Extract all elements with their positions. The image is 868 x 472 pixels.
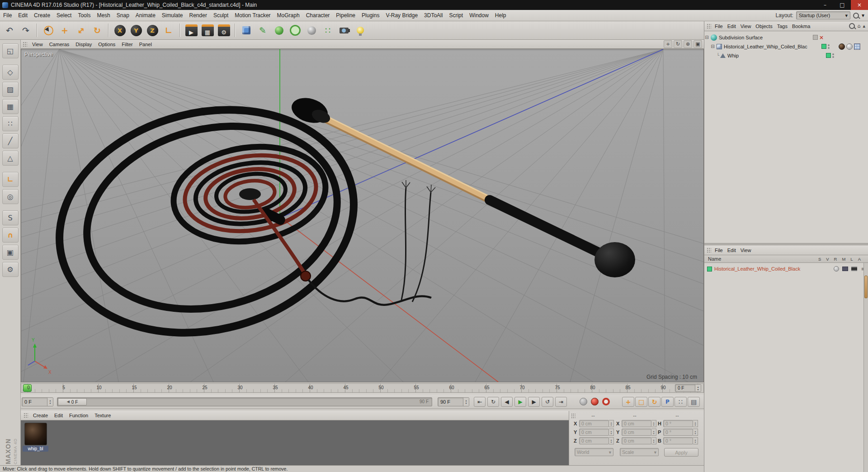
object-mode-button[interactable]: ◎: [2, 189, 19, 204]
redo-button[interactable]: ↷: [18, 23, 33, 38]
size-x-spinner[interactable]: ▴▾: [651, 420, 656, 427]
magnet-tool-button[interactable]: ∩: [2, 228, 19, 243]
home-icon[interactable]: ⌂: [857, 23, 860, 29]
material-thumbnail[interactable]: [24, 423, 47, 445]
col-r[interactable]: R: [834, 257, 837, 262]
material-menu-function[interactable]: Function: [66, 413, 91, 418]
pos-y-field[interactable]: 0 cm: [579, 429, 609, 436]
add-clone-button[interactable]: ∷: [320, 23, 335, 38]
material-menu-create[interactable]: Create: [30, 413, 51, 418]
timeline-slider-handle[interactable]: ◀ 0 F: [58, 398, 87, 405]
go-to-end-button[interactable]: ⇥: [555, 397, 567, 407]
col-l[interactable]: L: [850, 257, 853, 262]
make-editable-button[interactable]: ◱: [2, 43, 19, 58]
drag-grip-icon[interactable]: [707, 248, 711, 253]
add-spline-button[interactable]: ✎: [255, 23, 270, 38]
viewport-menu-display[interactable]: Display: [73, 42, 94, 47]
menu-item-create[interactable]: Create: [31, 10, 53, 21]
spin-down-icon[interactable]: ▾: [49, 402, 51, 405]
phong-tag-icon[interactable]: [846, 43, 853, 50]
lock-workplane-button[interactable]: ▣: [2, 245, 19, 260]
rot-b-field[interactable]: 0 °: [663, 437, 693, 444]
monitor-icon[interactable]: [842, 267, 848, 271]
move-tool-button[interactable]: +: [57, 23, 72, 38]
col-m[interactable]: M: [842, 257, 845, 262]
add-camera-button[interactable]: [336, 23, 352, 38]
visibility-dots[interactable]: [828, 44, 830, 49]
render-icon[interactable]: [851, 267, 857, 271]
menu-item-snap[interactable]: Snap: [113, 10, 132, 21]
autokey-toggle-button[interactable]: [602, 398, 610, 405]
menu-item-file[interactable]: File: [0, 10, 15, 21]
current-frame-field[interactable]: 0 F ▴ ▾: [675, 384, 701, 392]
object-label[interactable]: Historical_Leather_Whip_Coiled_Blac: [724, 44, 807, 49]
enabled-toggle[interactable]: [821, 44, 826, 49]
texture-mode-button[interactable]: ▨: [2, 82, 19, 97]
record-scale-toggle[interactable]: □: [635, 397, 647, 407]
menu-item-help[interactable]: Help: [492, 10, 509, 21]
viewport-menu-panel[interactable]: Panel: [137, 42, 155, 47]
zoom-view-icon[interactable]: ⊕: [684, 40, 692, 48]
preview-sphere-icon[interactable]: [834, 266, 839, 272]
object-row-whip-parent[interactable]: ⊟ Historical_Leather_Whip_Coiled_Blac: [704, 42, 868, 51]
drag-grip-icon[interactable]: [707, 24, 711, 29]
rot-h-field[interactable]: 0 °: [663, 420, 693, 427]
menu-item-window[interactable]: Window: [466, 10, 492, 21]
close-button[interactable]: ×: [851, 0, 868, 10]
menu-item-character[interactable]: Character: [303, 10, 333, 21]
ml-menu-file[interactable]: File: [712, 248, 725, 253]
viewport-menu-options[interactable]: Options: [95, 42, 118, 47]
edges-mode-button[interactable]: ╱: [2, 133, 19, 148]
scrollbar[interactable]: [863, 263, 868, 472]
rot-h-spinner[interactable]: ▴▾: [693, 420, 698, 427]
col-v[interactable]: V: [826, 257, 829, 262]
record-parameter-toggle[interactable]: P: [661, 397, 674, 407]
material-row[interactable]: Historical_Leather_Whip_Coiled_Black ≡: [707, 265, 868, 273]
toggle-view-icon[interactable]: ▣: [693, 40, 702, 48]
points-mode-button[interactable]: ∷: [2, 116, 19, 131]
play-mode-button[interactable]: ↺: [542, 397, 553, 407]
timeline-ruler[interactable]: 0 5 10 15 20 25 30 35 40 45 50 55 60 65 …: [21, 383, 704, 393]
up-icon[interactable]: ▴: [863, 23, 865, 29]
size-y-spinner[interactable]: ▴▾: [651, 429, 656, 436]
om-menu-view[interactable]: View: [738, 24, 754, 29]
range-start-spinner[interactable]: ▴ ▾: [47, 398, 53, 406]
menu-item-mesh[interactable]: Mesh: [94, 10, 113, 21]
lock-x-axis-button[interactable]: X: [112, 23, 127, 38]
search-icon[interactable]: [849, 23, 855, 29]
pos-x-spinner[interactable]: ▴▾: [609, 420, 614, 427]
rot-p-spinner[interactable]: ▴▾: [693, 429, 698, 436]
viewport-menu-view[interactable]: View: [29, 42, 46, 47]
object-label[interactable]: Whip: [727, 53, 739, 58]
pos-z-field[interactable]: 0 cm: [579, 437, 609, 444]
texture-tag-icon[interactable]: [839, 43, 845, 50]
col-a[interactable]: A: [858, 257, 861, 262]
menu-item-tools[interactable]: Tools: [75, 10, 94, 21]
coordinate-system-button[interactable]: ∟: [161, 23, 176, 38]
scale-tool-button[interactable]: ↔: [73, 23, 89, 38]
col-s[interactable]: S: [818, 257, 821, 262]
menu-item-motion-tracker[interactable]: Motion Tracker: [231, 10, 274, 21]
panel-menu-icon[interactable]: ▾: [862, 13, 864, 18]
menu-item-3dtoall[interactable]: 3DToAll: [421, 10, 446, 21]
object-row-subdivision-surface[interactable]: ⊟ Subdivision Surface ×: [704, 33, 868, 42]
menu-item-script[interactable]: Script: [446, 10, 466, 21]
search-icon[interactable]: [853, 13, 859, 19]
material-menu-edit[interactable]: Edit: [52, 413, 66, 418]
menu-item-pipeline[interactable]: Pipeline: [333, 10, 359, 21]
viewport-menu-filter[interactable]: Filter: [119, 42, 135, 47]
minimize-button[interactable]: –: [816, 0, 834, 10]
snap-toggle-button[interactable]: S: [2, 210, 19, 225]
om-menu-bookmarks[interactable]: Bookma: [790, 24, 812, 29]
drag-grip-icon[interactable]: [24, 413, 28, 418]
pos-y-spinner[interactable]: ▴▾: [609, 429, 614, 436]
menu-item-edit[interactable]: Edit: [15, 10, 31, 21]
pos-z-spinner[interactable]: ▴▾: [609, 437, 614, 444]
record-pla-toggle[interactable]: ∷: [675, 397, 687, 407]
lock-y-axis-button[interactable]: Y: [128, 23, 144, 38]
viewport-camera-label[interactable]: Perspective: [24, 51, 53, 57]
material-row-label[interactable]: Historical_Leather_Whip_Coiled_Black: [714, 266, 800, 272]
om-menu-tags[interactable]: Tags: [775, 24, 790, 29]
record-position-toggle[interactable]: +: [622, 397, 634, 407]
keyframe-presets-button[interactable]: ▤: [688, 397, 700, 407]
